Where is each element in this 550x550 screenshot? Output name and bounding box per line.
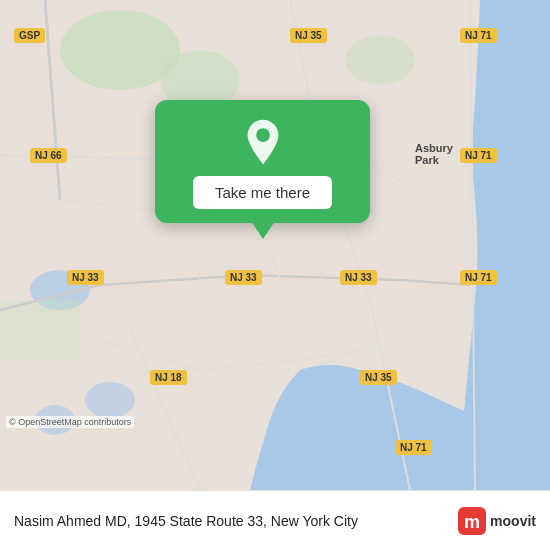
road-label-nj33-mid2: NJ 33 <box>340 270 377 285</box>
svg-point-2 <box>85 382 135 418</box>
pin-icon <box>239 118 287 166</box>
place-label-asbury-park: AsburyPark <box>415 142 453 166</box>
road-label-nj35-low: NJ 35 <box>360 370 397 385</box>
road-label-nj71-mid: NJ 71 <box>460 148 497 163</box>
moovit-icon: m <box>458 507 486 535</box>
road-label-nj33-left: NJ 33 <box>67 270 104 285</box>
osm-credit: © OpenStreetMap contributors <box>6 416 134 428</box>
svg-text:m: m <box>464 512 480 532</box>
svg-point-6 <box>345 35 415 85</box>
road-label-nj71-btm: NJ 71 <box>395 440 432 455</box>
take-me-there-button[interactable]: Take me there <box>193 176 332 209</box>
road-label-nj18: NJ 18 <box>150 370 187 385</box>
info-bar: Nasim Ahmed MD, 1945 State Route 33, New… <box>0 490 550 550</box>
road-label-nj35-top: NJ 35 <box>290 28 327 43</box>
svg-point-28 <box>256 128 270 142</box>
svg-rect-7 <box>0 300 80 360</box>
road-label-nj66: NJ 66 <box>30 148 67 163</box>
map-container: GSP NJ 35 NJ 71 NJ 66 NJ 71 NJ 33 NJ 33 … <box>0 0 550 490</box>
road-label-nj71-low: NJ 71 <box>460 270 497 285</box>
road-label-nj71-top: NJ 71 <box>460 28 497 43</box>
address-text: Nasim Ahmed MD, 1945 State Route 33, New… <box>14 513 458 529</box>
moovit-logo: m moovit <box>458 507 536 535</box>
moovit-text: moovit <box>490 513 536 529</box>
road-label-gsp: GSP <box>14 28 45 43</box>
road-label-nj33-mid1: NJ 33 <box>225 270 262 285</box>
location-card: Take me there <box>155 100 370 223</box>
